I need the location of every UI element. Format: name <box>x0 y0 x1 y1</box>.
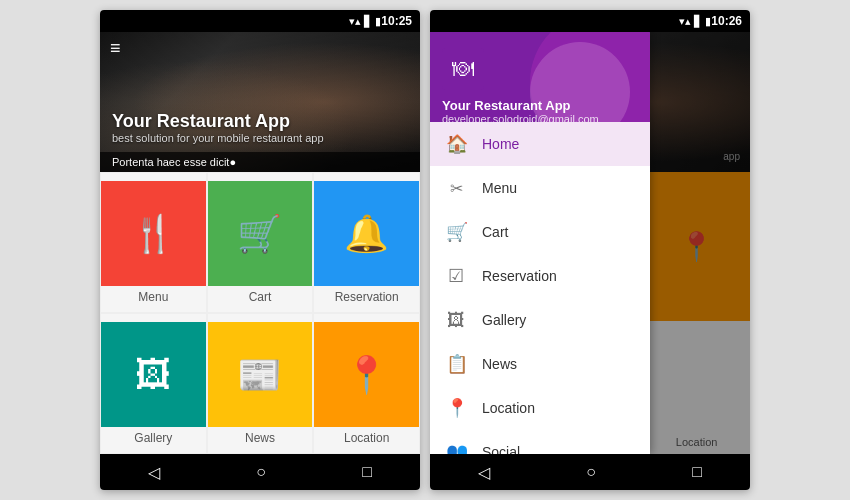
status-icons-2: ▾▴ ▋ ▮ <box>679 15 711 28</box>
back-button-1[interactable]: ◁ <box>136 459 172 486</box>
drawer-items-list: 🏠 Home ✂ Menu 🛒 Cart ☑ Reservation 🖼 <box>430 122 650 454</box>
grid-label-location: Location <box>344 431 389 445</box>
grid-label-cart: Cart <box>249 290 272 304</box>
hamburger-menu-1[interactable]: ≡ <box>110 38 121 59</box>
grid-item-news[interactable]: 📰 News <box>207 313 314 454</box>
drawer-item-news[interactable]: 📋 News <box>430 342 650 386</box>
drawer-label-cart: Cart <box>482 224 508 240</box>
gallery-icon: 🖼 <box>446 310 466 331</box>
shopping-cart-icon: 🛒 <box>446 221 466 243</box>
hero-subtitle-1: best solution for your mobile restaurant… <box>112 132 324 144</box>
navigation-drawer: 🍽 Your Restaurant App developer.solodroi… <box>430 32 650 454</box>
drawer-label-gallery: Gallery <box>482 312 526 328</box>
home-button-2[interactable]: ○ <box>574 459 608 485</box>
drawer-item-menu[interactable]: ✂ Menu <box>430 166 650 210</box>
drawer-label-menu: Menu <box>482 180 517 196</box>
drawer-item-reservation[interactable]: ☑ Reservation <box>430 254 650 298</box>
tile-menu: 🍴 <box>101 181 206 286</box>
tile-reservation: 🔔 <box>314 181 419 286</box>
hero-bg-1 <box>100 32 420 172</box>
grid-label-menu: Menu <box>138 290 168 304</box>
main-grid-1: 🍴 Menu 🛒 Cart 🔔 Reservation 🖼 Gallery 📰 <box>100 172 420 454</box>
location-pin-icon: 📍 <box>446 397 466 419</box>
drawer-app-name: Your Restaurant App <box>442 98 638 113</box>
recent-button-2[interactable]: □ <box>680 459 714 485</box>
drawer-app-icon-wrap: 🍽 <box>442 48 484 90</box>
cart-icon: 🛒 <box>237 213 282 255</box>
drawer-overlay: 🍽 Your Restaurant App developer.solodroi… <box>430 32 750 454</box>
hero-overlay-1: Your Restaurant App best solution for yo… <box>112 111 324 144</box>
home-icon: 🏠 <box>446 133 466 155</box>
document-icon: 📋 <box>446 353 466 375</box>
drawer-header: 🍽 Your Restaurant App developer.solodroi… <box>430 32 650 122</box>
grid-item-location[interactable]: 📍 Location <box>313 313 420 454</box>
hero-title-1: Your Restaurant App <box>112 111 324 132</box>
image-icon: 🖼 <box>135 354 171 396</box>
drawer-email: developer.solodroid@gmail.com <box>442 113 638 122</box>
tile-gallery: 🖼 <box>101 322 206 427</box>
grid-label-reservation: Reservation <box>335 290 399 304</box>
ticker-1: Portenta haec esse dicit● <box>100 152 420 172</box>
recent-button-1[interactable]: □ <box>350 459 384 485</box>
status-bar-2: ▾▴ ▋ ▮ 10:26 <box>430 10 750 32</box>
drawer-label-reservation: Reservation <box>482 268 557 284</box>
dish-icon: 🍽 <box>452 56 474 82</box>
drawer-item-social[interactable]: 👥 Social <box>430 430 650 454</box>
grid-item-reservation[interactable]: 🔔 Reservation <box>313 172 420 313</box>
news-icon: 📰 <box>237 354 282 396</box>
pin-icon: 📍 <box>344 354 389 396</box>
fork-knife-icon: 🍴 <box>131 213 176 255</box>
grid-label-gallery: Gallery <box>134 431 172 445</box>
nav-bar-2: ◁ ○ □ <box>430 454 750 490</box>
status-bar-1: ▾▴ ▋ ▮ 10:25 <box>100 10 420 32</box>
grid-item-cart[interactable]: 🛒 Cart <box>207 172 314 313</box>
drawer-item-home[interactable]: 🏠 Home <box>430 122 650 166</box>
signal-icon-2: ▋ <box>694 15 702 28</box>
bell-icon: 🔔 <box>344 213 389 255</box>
people-icon: 👥 <box>446 441 466 454</box>
clock-2: 10:26 <box>711 14 742 28</box>
drawer-item-location[interactable]: 📍 Location <box>430 386 650 430</box>
scissors-icon: ✂ <box>446 179 466 198</box>
drawer-item-gallery[interactable]: 🖼 Gallery <box>430 298 650 342</box>
hero-image-1 <box>100 32 420 172</box>
tile-location: 📍 <box>314 322 419 427</box>
back-button-2[interactable]: ◁ <box>466 459 502 486</box>
drawer-label-social: Social <box>482 444 520 454</box>
phone-2: ▾▴ ▋ ▮ 10:26 app 🖼 📰 📍 Gallery News Loca… <box>430 10 750 490</box>
status-icons-1: ▾▴ ▋ ▮ <box>349 15 381 28</box>
drawer-scrim[interactable] <box>650 32 750 454</box>
home-button-1[interactable]: ○ <box>244 459 278 485</box>
drawer-label-home: Home <box>482 136 519 152</box>
grid-item-menu[interactable]: 🍴 Menu <box>100 172 207 313</box>
nav-bar-1: ◁ ○ □ <box>100 454 420 490</box>
hero-1: ≡ Your Restaurant App best solution for … <box>100 32 420 172</box>
wifi-icon: ▾▴ <box>349 15 361 28</box>
grid-item-gallery[interactable]: 🖼 Gallery <box>100 313 207 454</box>
clock-1: 10:25 <box>381 14 412 28</box>
wifi-icon-2: ▾▴ <box>679 15 691 28</box>
grid-label-news: News <box>245 431 275 445</box>
drawer-label-location: Location <box>482 400 535 416</box>
tile-news: 📰 <box>208 322 313 427</box>
signal-icon: ▋ <box>364 15 372 28</box>
checkbox-icon: ☑ <box>446 265 466 287</box>
drawer-label-news: News <box>482 356 517 372</box>
tile-cart: 🛒 <box>208 181 313 286</box>
drawer-item-cart[interactable]: 🛒 Cart <box>430 210 650 254</box>
phone-1: ▾▴ ▋ ▮ 10:25 ≡ Your Restaurant App best … <box>100 10 420 490</box>
